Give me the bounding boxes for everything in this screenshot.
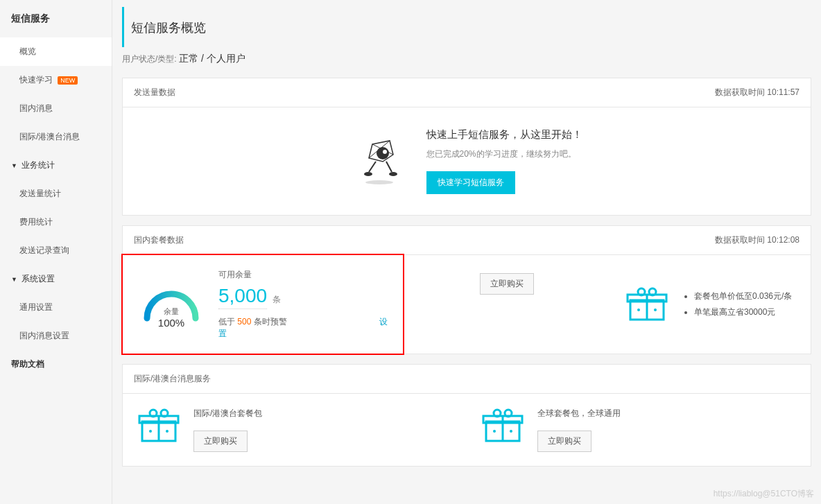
svg-point-7 bbox=[364, 172, 372, 176]
robot-icon bbox=[352, 134, 407, 189]
svg-point-21 bbox=[161, 410, 168, 417]
gauge-label: 余量 bbox=[164, 306, 179, 317]
sidebar-item-quicklearn[interactable]: 快速学习 NEW bbox=[0, 66, 112, 94]
sidebar-group-stats[interactable]: ▼ 业务统计 bbox=[0, 151, 112, 180]
svg-point-8 bbox=[389, 172, 397, 176]
domestic-package-card: 国内套餐数据 数据获取时间 10:12:08 bbox=[122, 225, 811, 354]
main-content: 短信服务概览 用户状态/类型: 正常 / 个人用户 发送量数据 数据获取时间 1… bbox=[112, 0, 821, 504]
svg-point-16 bbox=[654, 309, 657, 311]
chevron-down-icon: ▼ bbox=[11, 276, 17, 283]
svg-point-27 bbox=[494, 410, 501, 417]
send-data-card: 发送量数据 数据获取时间 10:11:57 快速上手短信服务，从这里开始！ bbox=[122, 78, 811, 216]
sidebar-item-domestic-settings[interactable]: 国内消息设置 bbox=[0, 322, 112, 350]
sidebar-group-settings[interactable]: ▼ 系统设置 bbox=[0, 265, 112, 293]
sidebar-item-overview[interactable]: 概览 bbox=[0, 37, 112, 66]
page-title: 短信服务概览 bbox=[122, 7, 811, 47]
package-benefits: 套餐包单价低至0.036元/条 单笔最高立省30000元 bbox=[682, 288, 792, 320]
available-unit: 条 bbox=[273, 295, 281, 304]
sidebar-item-sendstats[interactable]: 发送量统计 bbox=[0, 180, 112, 208]
intl-pkg-label: 国际/港澳台套餐包 bbox=[193, 408, 262, 419]
svg-point-20 bbox=[150, 410, 157, 417]
sidebar-item-coststats[interactable]: 费用统计 bbox=[0, 208, 112, 236]
promo-desc: 您已完成20%的学习进度，继续努力吧。 bbox=[426, 148, 582, 160]
sidebar: 短信服务 概览 快速学习 NEW 国内消息 国际/港澳台消息 ▼ 业务统计 发送… bbox=[0, 0, 112, 504]
svg-point-22 bbox=[149, 430, 152, 433]
sidebar-item-general[interactable]: 通用设置 bbox=[0, 293, 112, 322]
watermark: https://liablog@51CTO博客 bbox=[714, 488, 814, 500]
svg-line-6 bbox=[386, 162, 392, 172]
sidebar-item-sendlog[interactable]: 发送记录查询 bbox=[0, 236, 112, 265]
card-title: 国内套餐数据 bbox=[134, 234, 184, 246]
available-amount: 5,000 bbox=[218, 285, 267, 309]
svg-point-4 bbox=[383, 150, 387, 154]
svg-point-3 bbox=[377, 147, 389, 159]
buy-button[interactable]: 立即购买 bbox=[537, 431, 591, 452]
gift-icon bbox=[625, 286, 669, 322]
fetch-time: 数据获取时间 10:11:57 bbox=[715, 87, 800, 98]
svg-point-29 bbox=[493, 430, 496, 433]
promo-title: 快速上手短信服务，从这里开始！ bbox=[426, 128, 582, 141]
sidebar-item-help[interactable]: 帮助文档 bbox=[0, 350, 112, 379]
gauge: 余量 100% bbox=[137, 277, 206, 332]
sidebar-title: 短信服务 bbox=[0, 0, 112, 37]
svg-point-23 bbox=[166, 430, 168, 433]
chevron-down-icon: ▼ bbox=[11, 162, 17, 169]
new-badge: NEW bbox=[58, 76, 78, 85]
buy-button[interactable]: 立即购买 bbox=[193, 431, 248, 452]
gift-icon bbox=[481, 408, 525, 444]
svg-point-14 bbox=[649, 288, 656, 295]
gauge-percent: 100% bbox=[158, 317, 184, 329]
svg-point-15 bbox=[637, 309, 640, 311]
svg-point-13 bbox=[638, 288, 645, 295]
card-title: 发送量数据 bbox=[134, 87, 175, 98]
svg-line-5 bbox=[369, 162, 376, 172]
svg-point-9 bbox=[365, 180, 393, 184]
gift-icon bbox=[137, 408, 181, 444]
available-label: 可用余量 bbox=[218, 269, 389, 281]
sidebar-item-domestic[interactable]: 国内消息 bbox=[0, 94, 112, 123]
buy-button[interactable]: 立即购买 bbox=[480, 273, 534, 295]
card-title: 国际/港澳台消息服务 bbox=[134, 373, 211, 385]
quick-learn-button[interactable]: 快速学习短信服务 bbox=[426, 171, 515, 194]
svg-point-28 bbox=[505, 410, 512, 417]
user-status: 用户状态/类型: 正常 / 个人用户 bbox=[122, 53, 811, 65]
intl-service-card: 国际/港澳台消息服务 国际/港澳台套餐包 立即购买 bbox=[122, 364, 811, 467]
warning-text: 低于 500 条时预警 设置 bbox=[218, 316, 389, 340]
svg-point-30 bbox=[510, 430, 512, 433]
global-pkg-label: 全球套餐包，全球通用 bbox=[537, 408, 621, 419]
fetch-time: 数据获取时间 10:12:08 bbox=[715, 234, 800, 246]
sidebar-item-intl[interactable]: 国际/港澳台消息 bbox=[0, 123, 112, 151]
